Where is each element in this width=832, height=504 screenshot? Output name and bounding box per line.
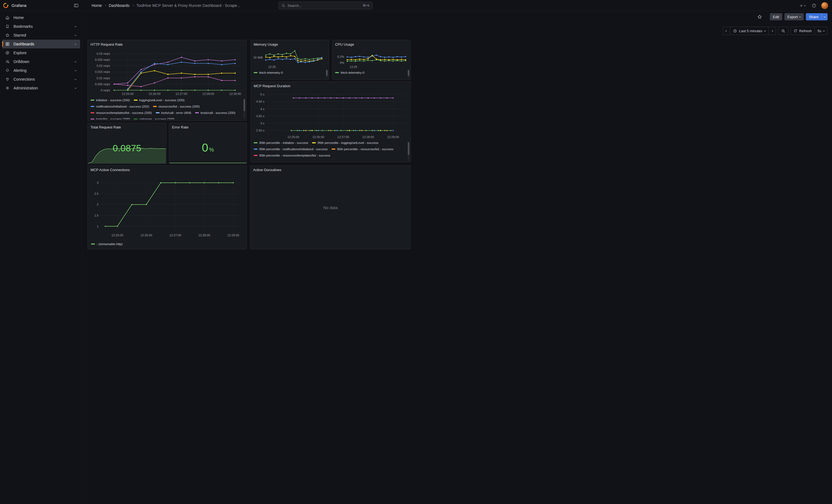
legend-item[interactable]: 95th percentile - notifications/initiali… — [254, 147, 328, 151]
legend-item[interactable]: 95th percentile - resources/templates/li… — [254, 153, 330, 158]
legend-label: - (streamable-http) — [97, 242, 123, 246]
sidebar-item-drilldown[interactable]: Drilldown — [2, 57, 80, 66]
scrollbar-thumb[interactable] — [243, 99, 245, 111]
sidebar-item-explore[interactable]: Explore — [2, 48, 80, 57]
chevron-down-icon[interactable] — [74, 43, 77, 46]
svg-text:0.025 req/s: 0.025 req/s — [95, 58, 110, 61]
svg-text:3 s: 3 s — [260, 122, 264, 125]
legend-item[interactable]: tools/list - success (200) — [90, 117, 130, 120]
legend-item[interactable]: unknown - success (200) — [134, 117, 175, 120]
sidebar-item-bookmarks[interactable]: Bookmarks — [2, 22, 80, 31]
breadcrumb-home[interactable]: Home — [92, 3, 102, 8]
scrollbar-thumb[interactable] — [408, 70, 409, 76]
panel-title[interactable]: Total Request Rate — [88, 123, 166, 131]
legend-swatch — [335, 72, 339, 73]
sidebar-item-administration[interactable]: Administration — [2, 84, 80, 92]
sidebar: Home Bookmarks Starred Dashboards Explor… — [0, 11, 82, 252]
stat-value: 0 % — [169, 141, 246, 154]
compass-icon — [5, 51, 10, 55]
legend-label: tools/list - success (200) — [96, 117, 130, 120]
http-legend: initialize - success (200)logging/setLev… — [90, 98, 241, 120]
legend-scrollbar[interactable] — [326, 69, 328, 78]
panel-http-request-rate: HTTP Request Rate 0 req/s0.005 req/s0.01… — [87, 40, 246, 121]
legend-label: unknown - success (200) — [139, 117, 175, 120]
search-bar[interactable]: ⌘+k — [279, 2, 372, 9]
legend-label: initialize - success (200) — [96, 99, 130, 102]
legend-scrollbar[interactable] — [243, 99, 245, 119]
breadcrumb-dashboards[interactable]: Dashboards — [109, 3, 130, 8]
chevron-down-icon[interactable] — [74, 69, 77, 72]
legend-item[interactable]: - (streamable-http) — [91, 242, 123, 246]
sidebar-item-connections[interactable]: Connections — [2, 75, 80, 84]
search-input[interactable] — [287, 4, 360, 8]
legend-swatch — [156, 112, 160, 113]
brand-text: Grafana — [11, 3, 26, 8]
legend-label: 95th percentile - resources/templates/li… — [259, 154, 330, 157]
legend-item[interactable]: 95th percentile - logging/setLevel - suc… — [312, 140, 378, 145]
legend-item[interactable]: tools/call - success (200) — [195, 111, 235, 115]
legend-scrollbar[interactable] — [408, 69, 409, 78]
http-request-rate-chart[interactable]: 0 req/s0.005 req/s0.01 req/s0.015 req/s0… — [89, 48, 244, 96]
svg-text:0 req/s: 0 req/s — [101, 88, 110, 92]
chevron-down-icon[interactable] — [74, 34, 77, 37]
chevron-down-icon[interactable] — [74, 60, 77, 63]
panel-active-goroutines: Active Goroutines No data — [250, 165, 411, 249]
legend-item[interactable]: 95th percentile - resources/list - succe… — [332, 147, 393, 151]
legend-scrollbar[interactable] — [408, 141, 409, 161]
legend-swatch — [332, 149, 335, 150]
cpu-usage-chart[interactable]: 0%0.2%12:25 — [334, 47, 408, 69]
sidebar-item-alerting[interactable]: Alerting — [2, 66, 80, 75]
chevron-down-icon[interactable] — [74, 87, 77, 90]
legend-item[interactable]: 95th percentile - initialize - success — [254, 140, 308, 145]
legend-item[interactable]: fetch-telemetry-0 — [254, 71, 283, 75]
sidebar-item-label: Alerting — [14, 68, 26, 73]
panel-mcp-active-connections: MCP Active Connections 11.522.5312:25:00… — [87, 165, 247, 249]
legend-item[interactable]: tools/call - error (404) — [156, 111, 191, 115]
duration-legend: 95th percentile - initialize - success95… — [254, 140, 406, 161]
legend-swatch — [153, 106, 157, 107]
sidebar-toggle-button[interactable] — [73, 2, 80, 9]
legend-item[interactable]: logging/setLevel - success (200) — [134, 98, 185, 102]
bookmark-icon — [5, 24, 10, 29]
scrollbar-thumb[interactable] — [326, 70, 328, 76]
panel-title[interactable]: HTTP Request Rate — [88, 40, 246, 48]
panel-title[interactable]: Active Goroutines — [250, 166, 411, 173]
panel-cpu-usage: CPU Usage 0%0.2%12:25 fetch-telemetry-0 — [332, 40, 411, 80]
mcp-request-duration-chart[interactable]: 2.50 s3 s3.50 s4 s4.50 s5 s12:25:0012:26… — [253, 90, 408, 139]
svg-text:2.5: 2.5 — [94, 192, 99, 195]
sidebar-item-label: Home — [14, 16, 24, 20]
legend-swatch — [91, 243, 95, 244]
svg-text:12:29:00: 12:29:00 — [227, 234, 239, 237]
sidebar-item-home[interactable]: Home — [2, 13, 80, 22]
svg-text:12:26:00: 12:26:00 — [149, 92, 160, 96]
svg-text:12:25:00: 12:25:00 — [111, 234, 123, 237]
panel-title[interactable]: MCP Request Duration — [251, 82, 411, 89]
legend-swatch — [134, 118, 137, 120]
svg-text:12:27:00: 12:27:00 — [170, 234, 181, 237]
svg-text:12:25:00: 12:25:00 — [287, 135, 300, 139]
grafana-logo[interactable] — [3, 2, 9, 8]
legend-label: tools/call - error (404) — [161, 111, 191, 114]
legend-item[interactable]: resources/list - success (200) — [153, 104, 200, 109]
legend-label: fetch-telemetry-0 — [341, 71, 364, 74]
panel-title[interactable]: Error Rate — [169, 123, 246, 131]
mcp-active-connections-chart[interactable]: 11.522.5312:25:0012:26:0012:27:0012:28:0… — [89, 175, 243, 237]
connections-legend: - (streamable-http) — [91, 242, 241, 247]
sidebar-item-dashboards[interactable]: Dashboards — [2, 39, 80, 48]
panel-title[interactable]: Memory Usage — [251, 40, 329, 48]
panel-title[interactable]: CPU Usage — [332, 40, 411, 48]
sidebar-item-label: Connections — [14, 77, 35, 81]
svg-text:5 s: 5 s — [260, 93, 264, 96]
legend-item[interactable]: initialize - success (200) — [90, 98, 130, 102]
scrollbar-thumb[interactable] — [408, 142, 409, 155]
legend-item[interactable]: resources/templates/list - success (200) — [90, 111, 152, 115]
panel-title[interactable]: MCP Active Connections — [88, 166, 246, 173]
sidebar-item-starred[interactable]: Starred — [2, 31, 80, 39]
memory-usage-chart[interactable]: 16 MiB12:25 — [252, 47, 327, 69]
svg-text:12:28:00: 12:28:00 — [198, 234, 210, 237]
svg-text:12:26:00: 12:26:00 — [312, 135, 324, 139]
legend-item[interactable]: notifications/initialized - success (202… — [90, 104, 149, 109]
chevron-down-icon[interactable] — [74, 25, 77, 28]
legend-item[interactable]: fetch-telemetry-0 — [335, 71, 364, 75]
chevron-down-icon[interactable] — [74, 78, 77, 81]
